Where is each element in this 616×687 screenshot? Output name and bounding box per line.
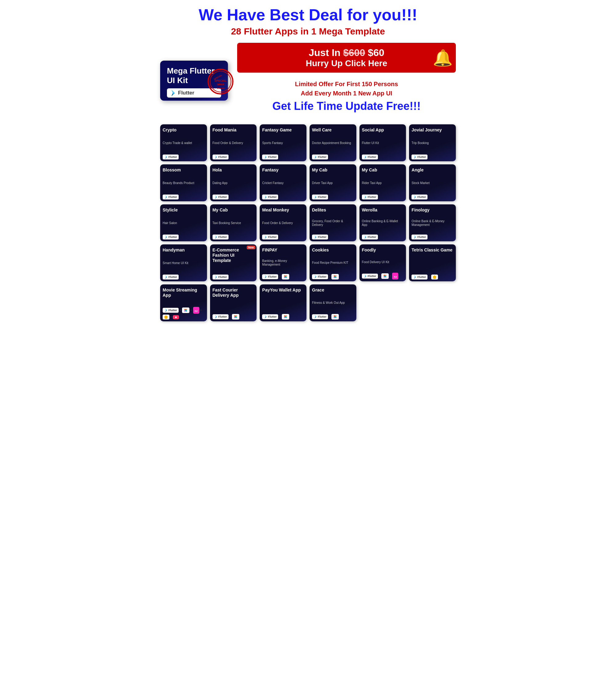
app-card-sub: Fitness & Work Out App xyxy=(312,301,354,305)
flutter-badge-small: Flutter xyxy=(362,274,378,279)
app-card[interactable]: PayYou Wallet AppFlutter+ xyxy=(260,284,306,321)
figma-badge xyxy=(331,314,339,320)
app-card[interactable]: AngleStock MarketFlutter xyxy=(409,164,456,201)
kit-box[interactable]: Mega Flutter UI Kit Flutter SPECIAL SPEC… xyxy=(160,61,228,101)
app-card[interactable]: Well CareDoctor Appointment BookingFlutt… xyxy=(310,124,356,161)
svg-marker-77 xyxy=(315,275,316,277)
app-card-sub: Taxi Booking Service xyxy=(213,221,255,225)
app-card-sub: Online Banking & E-Wallet App xyxy=(362,220,404,227)
app-card-badges: Flutter xyxy=(213,234,255,239)
app-card-badges: Flutter xyxy=(162,194,204,200)
flutter-badge-small: Flutter xyxy=(412,275,427,279)
svg-marker-66 xyxy=(215,275,217,277)
price-new: $60 xyxy=(368,47,384,58)
svg-point-129 xyxy=(334,316,336,318)
app-card[interactable]: GraceFitness & Work Out AppFlutter+ xyxy=(310,284,356,321)
app-card[interactable]: FinologyOnline Bank & E-Money Management… xyxy=(409,204,456,241)
flutter-badge-small: Flutter xyxy=(412,155,427,159)
flutter-badge-small: Flutter xyxy=(162,308,179,313)
svg-point-84 xyxy=(334,276,336,278)
app-card-badges: Flutter xyxy=(262,234,304,239)
app-card[interactable]: My CabTaxi Booking ServiceFlutter xyxy=(210,204,257,241)
svg-point-76 xyxy=(285,276,286,278)
apps-row-1: BlossomBeauty Brands ProductFlutterHolaD… xyxy=(160,164,456,201)
svg-marker-24 xyxy=(414,155,416,157)
app-card[interactable]: My CabRider Taxi AppFlutter xyxy=(359,164,406,201)
svg-marker-105 xyxy=(164,316,168,319)
figma-badge xyxy=(282,314,289,320)
app-card-name: Finology xyxy=(412,207,454,213)
app-card[interactable]: Social AppFlutter UI KitFlutter xyxy=(359,124,406,161)
flutter-badge-small: Flutter xyxy=(362,155,378,159)
app-card-sub: Beauty Brands Product xyxy=(162,181,204,185)
svg-marker-15 xyxy=(265,155,267,157)
flutter-badge-small: Flutter xyxy=(312,194,328,200)
app-card[interactable]: StylicleHair SalonFlutter xyxy=(160,204,207,241)
app-card-name: My Cab xyxy=(312,167,354,173)
app-card[interactable]: FoodlyFood Delivery UI KitFlutter++Xd xyxy=(359,244,406,281)
app-card[interactable]: Food ManiaFood Order & DeliveryFlutter xyxy=(210,124,257,161)
app-card-name: Tetris Classic Game xyxy=(412,248,454,253)
svg-marker-18 xyxy=(315,155,316,157)
svg-text:OFFER: OFFER xyxy=(217,84,224,86)
flutter-badge-small: Flutter xyxy=(213,234,228,239)
hero-section: Mega Flutter UI Kit Flutter SPECIAL SPEC… xyxy=(160,43,456,118)
app-card-badges: Flutter xyxy=(312,155,354,159)
app-card-name: Jovial Journey xyxy=(412,128,454,133)
app-card-badges: Flutter xyxy=(262,194,304,200)
svg-marker-85 xyxy=(365,274,366,276)
app-card-badges: Flutter xyxy=(362,194,404,200)
app-card-badges: Flutter xyxy=(412,234,454,239)
app-card[interactable]: FINPAYBanking, e-Money ManagementFlutter… xyxy=(260,244,306,281)
svg-marker-9 xyxy=(166,155,167,157)
app-card-name: Crypto xyxy=(162,128,204,133)
svg-point-92 xyxy=(384,275,386,277)
app-card-name: Delites xyxy=(312,207,354,213)
app-card-name: Blossom xyxy=(162,167,204,173)
flutter-badge-small: Flutter xyxy=(262,234,278,239)
flutter-badge-small: Flutter xyxy=(213,314,228,319)
figma-badge xyxy=(381,273,389,279)
svg-point-104 xyxy=(185,310,186,311)
svg-point-121 xyxy=(285,316,286,318)
app-card[interactable]: Tetris Classic GameFlutter+ xyxy=(409,244,456,281)
app-card[interactable]: My CabDriver Taxi AppFlutter xyxy=(310,164,356,201)
app-card[interactable]: Fast Courier Delivery AppFlutter+ xyxy=(210,284,257,321)
flutter-badge-small: Flutter xyxy=(262,194,278,200)
app-card[interactable]: Meal MonkeyFood Order & DeliveryFlutter xyxy=(260,204,306,241)
app-card[interactable]: DelitesGrocery, Food Order & DeliveryFlu… xyxy=(310,204,356,241)
app-card[interactable]: Movie Streaming AppFlutter++Xd++◆ xyxy=(160,284,207,321)
figma-badge xyxy=(282,274,289,279)
offer-lines: Limited Offer For First 150 Persons Add … xyxy=(237,79,456,98)
app-card[interactable]: BlossomBeauty Brands ProductFlutter xyxy=(160,164,207,201)
svg-text:★★★★★: ★★★★★ xyxy=(217,87,225,89)
app-card-name: Food Mania xyxy=(213,128,255,133)
app-card-name: Angle xyxy=(412,167,454,173)
app-card[interactable]: Fantasy GameSports FantasyFlutter xyxy=(260,124,306,161)
app-card[interactable]: Jovial JourneyTrip BookingFlutter xyxy=(409,124,456,161)
app-card[interactable]: FantasyCricket FantasyFlutter xyxy=(260,164,306,201)
flutter-badge-small: Flutter xyxy=(213,275,228,279)
svg-marker-63 xyxy=(166,275,167,277)
sketch-badge xyxy=(162,315,169,320)
app-card[interactable]: CookiesFood Recipe Premium KITFlutter+ xyxy=(310,244,356,281)
app-card-sub: Hair Salon xyxy=(162,221,204,225)
svg-marker-0 xyxy=(171,90,175,93)
main-title: We Have Best Deal for you!!! xyxy=(160,6,456,24)
app-card-name: Movie Streaming App xyxy=(162,288,204,298)
svg-marker-39 xyxy=(365,195,366,197)
app-card[interactable]: HandymanSmart Home UI KitFlutter xyxy=(160,244,207,281)
app-card[interactable]: CryptoCrypto Trade & walletFlutter xyxy=(160,124,207,161)
svg-marker-106 xyxy=(215,315,217,317)
sub-title: 28 Flutter Apps in 1 Mega Template xyxy=(160,26,456,37)
app-card-badges: Flutter xyxy=(412,194,454,200)
app-card-badges: Flutter+ xyxy=(262,274,304,279)
app-card-sub: Cricket Fantasy xyxy=(262,181,304,185)
app-card[interactable]: NewE-Commerce Fashion UI TemplateFlutter xyxy=(210,244,257,281)
price-box[interactable]: Just In $600 $60 Hurry Up Click Here 🔔 xyxy=(237,43,456,73)
svg-marker-30 xyxy=(215,195,217,197)
flutter-badge-small: Flutter xyxy=(213,194,228,200)
app-card[interactable]: WerollaOnline Banking & E-Wallet AppFlut… xyxy=(359,204,406,241)
app-card[interactable]: HolaDating AppFlutter xyxy=(210,164,257,201)
app-card-badges: Flutter xyxy=(262,155,304,159)
